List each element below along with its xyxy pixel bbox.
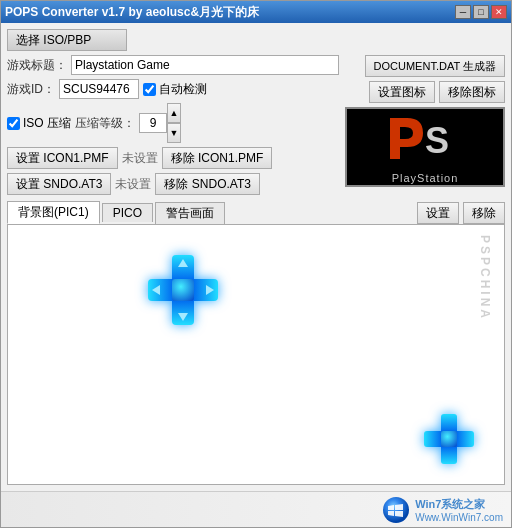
- set-icon-button[interactable]: 设置图标: [369, 81, 435, 103]
- icon1-row: 设置 ICON1.PMF 未设置 移除 ICON1.PMF: [7, 147, 339, 169]
- tab-content-area: PSPCHINA: [7, 224, 505, 485]
- playstation-label: PlayStation: [392, 172, 459, 184]
- ps-logo-svg: S: [385, 111, 465, 166]
- windows-orb-icon: [381, 495, 411, 525]
- game-id-input[interactable]: [59, 79, 139, 99]
- settings-remove-row: 设置 移除: [417, 202, 505, 224]
- iso-compress-check[interactable]: [7, 117, 20, 130]
- win7-logo: Win7系统之家 Www.WinWin7.com: [381, 495, 503, 525]
- remove-icon-button[interactable]: 移除图标: [439, 81, 505, 103]
- footer-logo-text: Win7系统之家: [415, 497, 503, 512]
- svg-text:S: S: [425, 120, 449, 161]
- iso-compress-label: ISO 压缩: [23, 115, 71, 132]
- tab-pico[interactable]: PICO: [102, 203, 153, 222]
- icon-buttons-row: 设置图标 移除图标: [345, 81, 505, 103]
- main-area: 背景图(PIC1) PICO 警告画面 设置 移除: [7, 199, 505, 485]
- minimize-button[interactable]: ─: [455, 5, 471, 19]
- game-title-label: 游戏标题：: [7, 57, 67, 74]
- iso-compress-checkbox[interactable]: ISO 压缩: [7, 115, 71, 132]
- game-title-row: 游戏标题：: [7, 55, 339, 75]
- dpad-icon-small: [424, 414, 474, 464]
- playstation-logo-box: SPlayStation: [345, 107, 505, 187]
- tabs-and-buttons-row: 背景图(PIC1) PICO 警告画面 设置 移除: [7, 199, 505, 224]
- compress-level-spinner: 9 ▲ ▼: [139, 103, 181, 143]
- document-dat-button[interactable]: DOCUMENT.DAT 生成器: [365, 55, 505, 77]
- main-window: POPS Converter v1.7 by aeolusc&月光下的床 ─ □…: [0, 0, 512, 528]
- spinner-down-button[interactable]: ▼: [167, 123, 181, 143]
- window-controls: ─ □ ✕: [455, 5, 507, 19]
- game-id-row: 游戏ID： 自动检测: [7, 79, 339, 99]
- top-section: 游戏标题： 游戏ID： 自动检测 ISO 压缩: [7, 55, 505, 195]
- footer-url-text: Www.WinWin7.com: [415, 512, 503, 523]
- game-title-input[interactable]: [71, 55, 339, 75]
- sndo-row: 设置 SNDO.AT3 未设置 移除 SNDO.AT3: [7, 173, 339, 195]
- footer-bar: Win7系统之家 Www.WinWin7.com: [1, 491, 511, 527]
- watermark-text: PSPCHINA: [478, 235, 492, 321]
- tabs-row: 背景图(PIC1) PICO 警告画面: [7, 201, 227, 224]
- close-button[interactable]: ✕: [491, 5, 507, 19]
- compress-level-input[interactable]: 9: [139, 113, 167, 133]
- spinner-up-button[interactable]: ▲: [167, 103, 181, 123]
- iso-compress-row: ISO 压缩 压缩等级： 9 ▲ ▼: [7, 103, 339, 143]
- icon1-remove-button[interactable]: 移除 ICON1.PMF: [162, 147, 273, 169]
- content-area: 选择 ISO/PBP 游戏标题： 游戏ID： 自动检测: [1, 23, 511, 491]
- auto-detect-check[interactable]: [143, 83, 156, 96]
- settings-button[interactable]: 设置: [417, 202, 459, 224]
- remove-tab-button[interactable]: 移除: [463, 202, 505, 224]
- compress-level-label: 压缩等级：: [75, 115, 135, 132]
- tab-warning[interactable]: 警告画面: [155, 202, 225, 224]
- select-iso-button[interactable]: 选择 ISO/PBP: [7, 29, 127, 51]
- right-panel: DOCUMENT.DAT 生成器 设置图标 移除图标 SPlayStation: [345, 55, 505, 195]
- icon1-set-button[interactable]: 设置 ICON1.PMF: [7, 147, 118, 169]
- window-title: POPS Converter v1.7 by aeolusc&月光下的床: [5, 4, 259, 21]
- auto-detect-checkbox[interactable]: 自动检测: [143, 81, 207, 98]
- icon1-status: 未设置: [122, 150, 158, 167]
- auto-detect-label: 自动检测: [159, 81, 207, 98]
- dpad-icon-large: [148, 255, 218, 325]
- tab-pic1[interactable]: 背景图(PIC1): [7, 201, 100, 224]
- footer-text-block: Win7系统之家 Www.WinWin7.com: [415, 497, 503, 523]
- left-panel: 游戏标题： 游戏ID： 自动检测 ISO 压缩: [7, 55, 339, 195]
- game-id-label: 游戏ID：: [7, 81, 55, 98]
- sndo-remove-button[interactable]: 移除 SNDO.AT3: [155, 173, 259, 195]
- title-bar: POPS Converter v1.7 by aeolusc&月光下的床 ─ □…: [1, 1, 511, 23]
- select-iso-row: 选择 ISO/PBP: [7, 29, 505, 51]
- sndo-set-button[interactable]: 设置 SNDO.AT3: [7, 173, 111, 195]
- sndo-status: 未设置: [115, 176, 151, 193]
- maximize-button[interactable]: □: [473, 5, 489, 19]
